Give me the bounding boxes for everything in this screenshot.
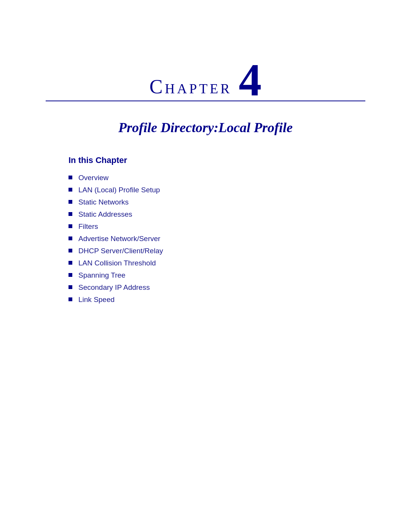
toc-item-label-dhcp-server-client-relay: DHCP Server/Client/Relay [78,247,163,255]
toc-item-secondary-ip-address[interactable]: Secondary IP Address [68,283,365,292]
bullet-icon-dhcp-server-client-relay [68,249,72,252]
chapter-number: 4 [239,61,261,100]
toc-item-label-lan-local-profile-setup: LAN (Local) Profile Setup [78,186,160,194]
toc-item-label-static-networks: Static Networks [78,198,129,206]
bullet-icon-secondary-ip-address [68,285,72,289]
toc-item-filters[interactable]: Filters [68,222,365,231]
chapter-header: Chapter 4 [46,61,365,97]
toc-item-lan-local-profile-setup[interactable]: LAN (Local) Profile Setup [68,186,365,194]
bullet-icon-link-speed [68,297,72,301]
bullet-icon-static-addresses [68,212,72,216]
toc-item-static-networks[interactable]: Static Networks [68,198,365,206]
bullet-icon-lan-local-profile-setup [68,188,72,192]
toc-item-label-overview: Overview [78,174,108,182]
toc-item-dhcp-server-client-relay[interactable]: DHCP Server/Client/Relay [68,247,365,255]
toc-item-label-spanning-tree: Spanning Tree [78,271,126,280]
toc-item-label-advertise-network-server: Advertise Network/Server [78,235,160,243]
toc-list: OverviewLAN (Local) Profile SetupStatic … [68,174,365,304]
chapter-divider [46,101,365,101]
bullet-icon-static-networks [68,200,72,204]
bullet-icon-advertise-network-server [68,236,72,240]
toc-item-label-static-addresses: Static Addresses [78,210,132,219]
bullet-icon-overview [68,176,72,179]
bullet-icon-lan-collision-threshold [68,261,72,265]
bullet-icon-spanning-tree [68,273,72,277]
toc-heading: In this Chapter [68,155,365,165]
toc-item-static-addresses[interactable]: Static Addresses [68,210,365,219]
toc-container: In this Chapter OverviewLAN (Local) Prof… [46,155,365,308]
toc-item-advertise-network-server[interactable]: Advertise Network/Server [68,235,365,243]
toc-item-overview[interactable]: Overview [68,174,365,182]
bullet-icon-filters [68,224,72,228]
chapter-title: Profile Directory:Local Profile [46,120,365,136]
toc-item-label-secondary-ip-address: Secondary IP Address [78,283,150,292]
toc-item-spanning-tree[interactable]: Spanning Tree [68,271,365,280]
toc-item-label-filters: Filters [78,222,98,231]
toc-item-label-link-speed: Link Speed [78,296,115,304]
page: Chapter 4 Profile Directory:Local Profil… [0,0,411,532]
toc-item-link-speed[interactable]: Link Speed [68,296,365,304]
toc-item-label-lan-collision-threshold: LAN Collision Threshold [78,259,156,267]
toc-item-lan-collision-threshold[interactable]: LAN Collision Threshold [68,259,365,267]
chapter-label: Chapter [150,77,232,97]
